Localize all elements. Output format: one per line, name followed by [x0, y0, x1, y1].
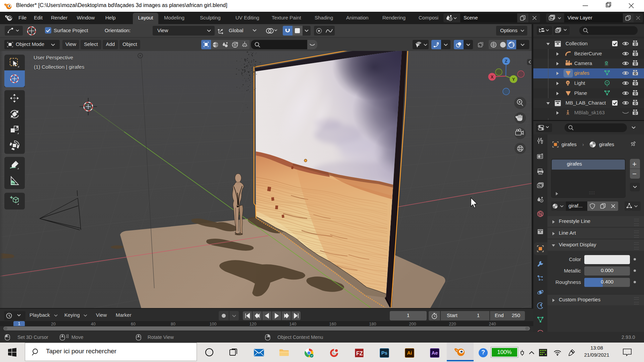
svg-text:Y: Y — [512, 77, 515, 82]
svg-text:FZ: FZ — [356, 351, 363, 356]
svg-text:X: X — [491, 74, 494, 79]
svg-text:Z: Z — [505, 59, 507, 64]
